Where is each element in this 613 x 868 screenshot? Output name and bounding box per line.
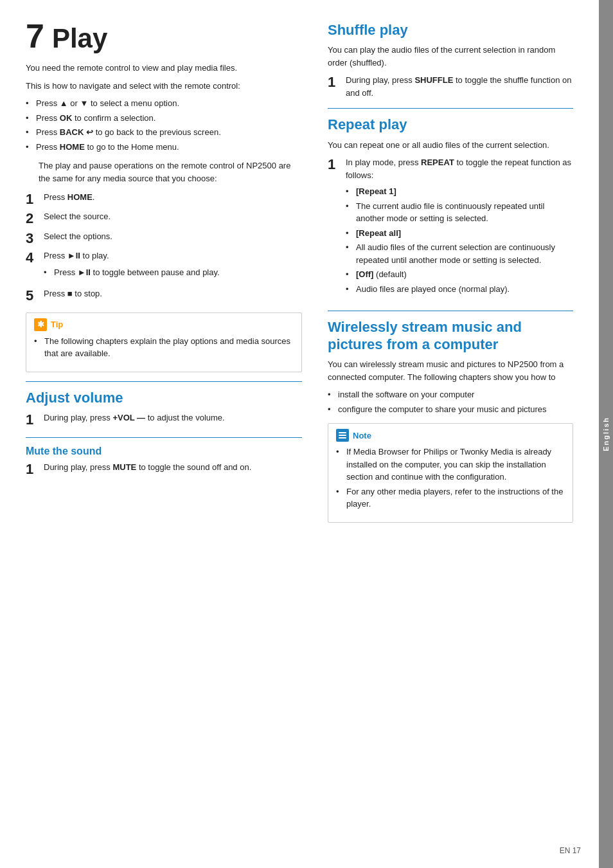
chapter-number: 7 [26,19,44,53]
note-icon-line [339,437,346,439]
shuffle-heading: Shuffle play [328,22,573,39]
mute-heading: Mute the sound [26,446,302,457]
list-item: install the software on your computer [328,388,573,401]
wireless-heading: Wirelessly stream music and pictures fro… [328,319,573,353]
step-1: 1 Press HOME. [26,191,302,208]
step-5: 5 Press ■ to stop. [26,287,302,304]
repeat-step-number: 1 [328,156,346,173]
step-number-1: 1 [26,191,44,208]
navigation-bullets: Press ▲ or ▼ to select a menu option. Pr… [26,97,302,153]
shuffle-step-number: 1 [328,74,346,91]
main-content: 7 Play You need the remote control to vi… [0,0,599,868]
tip-label: Tip [51,320,63,329]
footer-text: EN 17 [560,846,581,855]
repeat-intro: You can repeat one or all audio files of… [328,139,573,152]
list-item: Press ►II to toggle between pause and pl… [44,266,302,279]
step-2: 2 Select the source. [26,210,302,227]
shuffle-step-content: During play, press SHUFFLE to toggle the… [346,74,573,99]
list-item: Press OK to confirm a selection. [26,112,302,125]
side-tab-label: English [602,417,610,451]
indent-note-text: The play and pause operations on the rem… [39,161,290,183]
list-item: Press BACK ↩ to go back to the previous … [26,126,302,139]
step-content-3: Select the options. [44,230,302,243]
adjust-step-1: 1 During play, press +VOL — to adjust th… [26,411,302,428]
list-item: If Media Browser for Philips or Twonky M… [336,446,565,484]
chapter-title: Play [52,25,107,52]
step-number-2: 2 [26,210,44,227]
note-icon-lines [339,432,346,439]
tip-box: ✱ Tip The following chapters explain the… [26,312,302,372]
list-item: All audio files of the current selection… [346,241,573,266]
repeat-step-1: 1 In play mode, press REPEAT to toggle t… [328,156,573,302]
list-item: The current audio file is continuously r… [346,200,573,225]
intro-text-1: You need the remote control to view and … [26,62,302,75]
step-number-5: 5 [26,287,44,304]
step4-subbullets: Press ►II to toggle between pause and pl… [44,266,302,279]
note-box: Note If Media Browser for Philips or Two… [328,423,573,523]
list-item: [Off] (default) [346,268,573,281]
step-content-4: Press ►II to play. Press ►II to toggle b… [44,249,302,285]
tip-icon: ✱ [34,318,47,331]
intro-text-2: This is how to navigate and select with … [26,80,302,93]
list-item: configure the computer to share your mus… [328,403,573,416]
tip-bullets: The following chapters explain the play … [34,335,294,360]
indent-note: The play and pause operations on the rem… [39,159,302,185]
shuffle-intro: You can play the audio files of the curr… [328,44,573,69]
divider-adjust [26,381,302,382]
divider-repeat [328,108,573,109]
tip-bullet-item: The following chapters explain the play … [34,335,294,360]
divider-mute [26,437,302,438]
list-item: Press ▲ or ▼ to select a menu option. [26,97,302,110]
chapter-heading: 7 Play [26,19,302,53]
step-content-5: Press ■ to stop. [44,287,302,300]
step-content-1: Press HOME. [44,191,302,204]
repeat-bullets: [Repeat 1] The current audio file is con… [346,185,573,295]
step-3: 3 Select the options. [26,230,302,247]
note-label: Note [353,431,371,440]
list-item: Audio files are played once (normal play… [346,283,573,296]
note-icon [336,429,349,442]
list-item: [Repeat all] [346,227,573,240]
footer: EN 17 [560,846,581,855]
side-tab: English [599,0,613,868]
list-item: [Repeat 1] [346,185,573,198]
adjust-step-content: During play, press +VOL — to adjust the … [44,411,302,424]
left-column: 7 Play You need the remote control to vi… [26,19,302,849]
mute-step-content: During play, press MUTE to toggle the so… [44,461,302,474]
shuffle-step-1: 1 During play, press SHUFFLE to toggle t… [328,74,573,99]
right-column: Shuffle play You can play the audio file… [321,19,573,849]
page: English 7 Play You need the remote contr… [0,0,613,868]
step-content-2: Select the source. [44,210,302,223]
note-icon-line [339,435,346,436]
mute-step-number: 1 [26,461,44,478]
note-icon-line [339,432,346,433]
tip-header: ✱ Tip [34,318,294,331]
divider-wireless [328,311,573,311]
note-header: Note [336,429,565,442]
repeat-step-content: In play mode, press REPEAT to toggle the… [346,156,573,302]
adjust-step-number: 1 [26,411,44,428]
list-item: Press HOME to go to the Home menu. [26,141,302,154]
step-4: 4 Press ►II to play. Press ►II to toggle… [26,249,302,285]
step-number-4: 4 [26,249,44,266]
note-bullets: If Media Browser for Philips or Twonky M… [336,446,565,511]
adjust-volume-heading: Adjust volume [26,390,302,406]
mute-step-1: 1 During play, press MUTE to toggle the … [26,461,302,478]
list-item: For any other media players, refer to th… [336,485,565,511]
repeat-heading: Repeat play [328,116,573,133]
step-number-3: 3 [26,230,44,247]
wireless-bullets: install the software on your computer co… [328,388,573,415]
wireless-intro: You can wirelessly stream music and pict… [328,358,573,383]
